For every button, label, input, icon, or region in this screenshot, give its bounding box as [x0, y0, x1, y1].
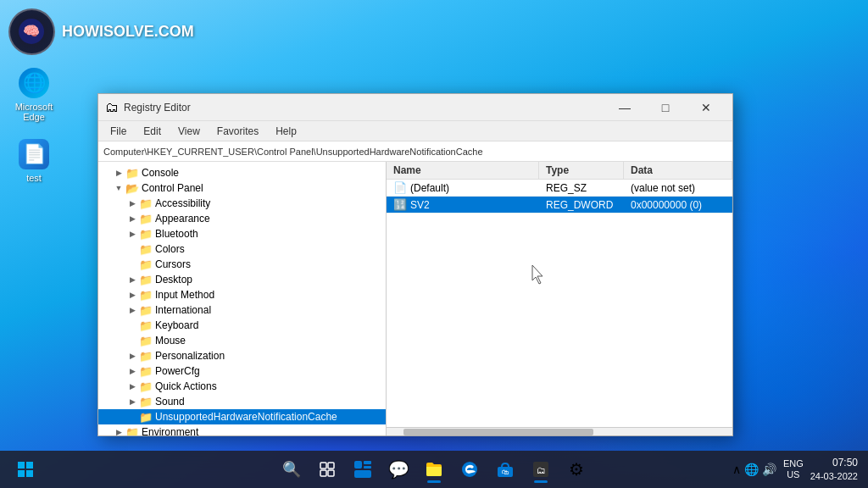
volume-icon[interactable]: 🔊 — [762, 463, 776, 476]
expand-control-panel[interactable]: ▼ — [112, 181, 125, 195]
taskbar-chat[interactable]: 💬 — [383, 454, 414, 485]
value-icon-default: 📄 — [393, 181, 407, 194]
header-type: Type — [539, 162, 624, 179]
desktop-icon-edge[interactable]: 🌐 Microsoft Edge — [8, 68, 59, 122]
chevron-icon[interactable]: ∧ — [732, 463, 741, 476]
tree-item-environment[interactable]: ▶ 📁 Environment — [98, 424, 386, 435]
tree-item-input-method[interactable]: ▶ 📁 Input Method — [98, 287, 386, 302]
tree-item-powercfg[interactable]: ▶ 📁 PowerCfg — [98, 363, 386, 379]
value-row-sv2[interactable]: 🔢 SV2 REG_DWORD 0x00000000 (0) — [387, 197, 732, 214]
tree-item-quick-actions[interactable]: ▶ 📁 Quick Actions — [98, 379, 386, 394]
lang-line2: US — [787, 469, 799, 480]
expand-desktop[interactable]: ▶ — [125, 273, 139, 286]
values-panel[interactable]: Name Type Data 📄 (Default) REG_SZ (value… — [387, 162, 732, 435]
tree-label-accessibility: Accessibility — [155, 197, 210, 209]
folder-icon: 📁 — [125, 167, 139, 180]
menu-view[interactable]: View — [171, 124, 207, 139]
tree-panel[interactable]: ▶ 📁 Console ▼ 📂 Control Panel ▶ 📁 Access… — [98, 162, 387, 435]
tree-item-keyboard[interactable]: ▶ 📁 Keyboard — [98, 318, 386, 333]
expand-appearance[interactable]: ▶ — [125, 212, 139, 225]
value-data-default: (value not set) — [624, 180, 732, 196]
address-text: Computer\HKEY_CURRENT_USER\Control Panel… — [103, 147, 483, 157]
menu-favorites[interactable]: Favorites — [210, 124, 265, 139]
taskbar-center: 🔍 💬 — [276, 454, 592, 485]
start-button[interactable] — [10, 454, 41, 485]
horizontal-scrollbar[interactable] — [387, 427, 732, 435]
tree-item-colors[interactable]: ▶ 📁 Colors — [98, 241, 386, 257]
minimize-button[interactable]: — — [605, 95, 644, 120]
folder-icon-env: 📁 — [125, 426, 139, 436]
tree-item-international[interactable]: ▶ 📁 International — [98, 302, 386, 318]
tree-item-accessibility[interactable]: ▶ 📁 Accessibility — [98, 196, 386, 211]
taskbar-regedit[interactable]: 🗂 — [526, 454, 556, 485]
tree-item-bluetooth[interactable]: ▶ 📁 Bluetooth — [98, 226, 386, 241]
folder-icon-qa: 📁 — [139, 380, 153, 393]
tree-label-personalization: Personalization — [155, 350, 225, 362]
expand-input-method[interactable]: ▶ — [125, 288, 139, 302]
taskbar-widgets[interactable] — [348, 454, 378, 485]
value-row-default[interactable]: 📄 (Default) REG_SZ (value not set) — [387, 180, 732, 197]
folder-icon-pow: 📁 — [139, 365, 153, 378]
menu-edit[interactable]: Edit — [136, 124, 168, 139]
value-name-sv2: 🔢 SV2 — [387, 197, 539, 213]
tree-item-control-panel[interactable]: ▼ 📂 Control Panel — [98, 180, 386, 196]
folder-icon-pers: 📁 — [139, 350, 153, 363]
taskview-button[interactable] — [312, 454, 342, 485]
expand-personalization[interactable]: ▶ — [125, 349, 139, 363]
network-icon[interactable]: 🌐 — [744, 463, 759, 476]
folder-icon-int: 📁 — [139, 304, 153, 317]
tree-item-appearance[interactable]: ▶ 📁 Appearance — [98, 211, 386, 226]
tree-item-desktop[interactable]: ▶ 📁 Desktop — [98, 272, 386, 287]
values-header: Name Type Data — [387, 162, 732, 180]
lang-line1: ENG — [783, 458, 804, 469]
expand-international[interactable]: ▶ — [125, 303, 139, 317]
title-bar-controls: — □ ✕ — [605, 95, 726, 120]
taskbar-settings[interactable]: ⚙ — [561, 454, 592, 485]
language-indicator[interactable]: ENG US — [783, 458, 804, 480]
expand-powercfg[interactable]: ▶ — [125, 364, 139, 378]
menu-file[interactable]: File — [103, 124, 133, 139]
header-name: Name — [387, 162, 539, 179]
tree-label-bluetooth: Bluetooth — [155, 228, 198, 240]
expand-environment[interactable]: ▶ — [112, 425, 125, 435]
taskbar-explorer[interactable] — [419, 454, 449, 485]
tree-label-keyboard: Keyboard — [155, 319, 198, 331]
title-bar-title: Registry Editor — [124, 102, 191, 114]
taskbar-edge[interactable] — [454, 454, 485, 485]
expand-accessibility[interactable]: ▶ — [125, 197, 139, 210]
tree-item-unsupported[interactable]: ▶ 📁 UnsupportedHardwareNotificationCache — [98, 409, 386, 424]
tree-item-mouse[interactable]: ▶ 📁 Mouse — [98, 333, 386, 348]
menu-help[interactable]: Help — [269, 124, 303, 139]
desktop-icon-test[interactable]: 📄 test — [8, 139, 59, 183]
svg-rect-11 — [364, 461, 371, 464]
desktop-icons: 🌐 Microsoft Edge 📄 test — [8, 68, 59, 183]
expand-console[interactable]: ▶ — [112, 166, 125, 180]
value-name-default: 📄 (Default) — [387, 180, 539, 196]
search-button[interactable]: 🔍 — [276, 454, 307, 485]
svg-rect-3 — [26, 462, 33, 469]
folder-icon-im: 📁 — [139, 289, 153, 302]
folder-icon-dt: 📁 — [139, 274, 153, 286]
value-icon-sv2: 🔢 — [393, 198, 407, 211]
value-data-sv2: 0x00000000 (0) — [624, 197, 732, 213]
address-bar[interactable]: Computer\HKEY_CURRENT_USER\Control Panel… — [98, 141, 732, 162]
svg-rect-8 — [320, 470, 326, 476]
maximize-button[interactable]: □ — [646, 95, 685, 120]
tree-item-cursors[interactable]: ▶ 📁 Cursors — [98, 257, 386, 272]
header-data: Data — [624, 162, 732, 179]
svg-rect-13 — [354, 470, 371, 478]
title-bar-left: 🗂 Registry Editor — [105, 100, 191, 115]
clock[interactable]: 07:50 24-03-2022 — [810, 457, 858, 482]
expand-quick-actions[interactable]: ▶ — [125, 380, 139, 393]
taskbar-store[interactable]: 🛍 — [490, 454, 520, 485]
folder-icon-acc: 📁 — [139, 197, 153, 210]
mouse-cursor — [531, 263, 548, 288]
expand-sound[interactable]: ▶ — [125, 395, 139, 408]
tree-item-console[interactable]: ▶ 📁 Console — [98, 165, 386, 180]
clock-time: 07:50 — [810, 457, 858, 470]
close-button[interactable]: ✕ — [687, 95, 726, 120]
expand-bluetooth[interactable]: ▶ — [125, 227, 139, 241]
tree-item-personalization[interactable]: ▶ 📁 Personalization — [98, 348, 386, 363]
tree-item-sound[interactable]: ▶ 📁 Sound — [98, 394, 386, 409]
folder-icon-app: 📁 — [139, 213, 153, 225]
